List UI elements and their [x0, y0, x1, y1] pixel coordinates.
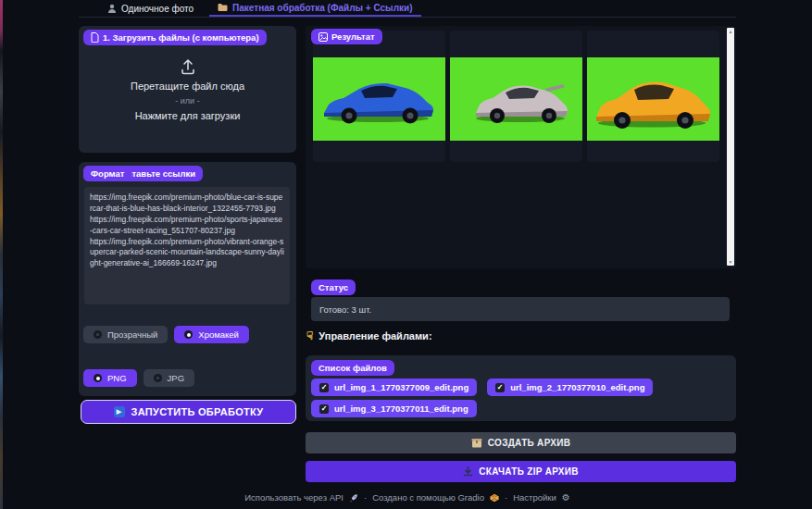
- radio-chromakey[interactable]: Хромакей: [174, 326, 249, 343]
- chromakey-background: [313, 57, 445, 141]
- silver-car-image: [456, 74, 577, 124]
- radio-circle-icon: [94, 374, 102, 382]
- dropzone-text-or: - или -: [79, 96, 296, 106]
- screen-edge-sliver: [0, 0, 3, 509]
- download-zip-label: СКАЧАТЬ ZIP АРХИВ: [479, 466, 578, 477]
- pointing-down-hand-icon: ☟: [306, 329, 313, 342]
- status-label: Статус: [311, 279, 356, 295]
- chromakey-background: [450, 57, 582, 141]
- image-icon: [319, 32, 328, 42]
- chromakey-background: [587, 57, 719, 141]
- background-radio-group: Прозрачный Хромакей: [83, 326, 249, 343]
- radio-circle-icon: [154, 374, 162, 382]
- download-zip-button[interactable]: СКАЧАТЬ ZIP АРХИВ: [306, 461, 736, 482]
- file-checkbox-2[interactable]: ✓ url_img_2_1770377010_edit.png: [487, 379, 653, 396]
- radio-transparent[interactable]: Прозрачный: [83, 326, 168, 343]
- file-checkbox-3[interactable]: ✓ url_img_3_1770377011_edit.png: [311, 400, 477, 417]
- run-processing-button[interactable]: ▶ ЗАПУСТИТЬ ОБРАБОТКУ: [81, 400, 296, 424]
- file-list-label: Список файлов: [311, 360, 394, 376]
- tab-single-label: Одиночное фото: [121, 4, 194, 14]
- folder-icon: [218, 3, 228, 12]
- footer-separator: ·: [505, 492, 507, 503]
- run-button-label: ЗАПУСТИТЬ ОБРАБОТКУ: [131, 406, 264, 417]
- create-archive-label: СОЗДАТЬ АРХИВ: [488, 438, 570, 448]
- links-panel: 2. ИЛИ вставьте ссылки https://img.freep…: [79, 162, 296, 396]
- file-dropzone[interactable]: Перетащите файл сюда - или - Нажмите для…: [79, 54, 296, 121]
- download-icon: [463, 466, 473, 477]
- file-checkbox-row: ✓ url_img_3_1770377011_edit.png: [311, 400, 477, 417]
- dropzone-text-2: Нажмите для загрузки: [79, 110, 296, 121]
- upload-icon: [179, 57, 197, 76]
- upload-files-panel: 1. Загрузить файлы (с компьютера) Перета…: [79, 26, 296, 153]
- package-icon: [471, 438, 482, 448]
- status-value: Готово: 3 шт.: [319, 304, 371, 315]
- tab-single-photo[interactable]: Одиночное фото: [99, 0, 202, 17]
- radio-circle-icon: [184, 330, 193, 339]
- links-textarea[interactable]: https://img.freepik.com/premium-photo/bl…: [84, 187, 290, 304]
- document-icon: [91, 32, 99, 43]
- gradio-link[interactable]: Создано с помощью Gradio: [372, 492, 484, 503]
- file-list-panel: Список файлов ✓ url_img_1_1770377009_edi…: [306, 355, 736, 421]
- gallery-cards: [313, 31, 719, 162]
- radio-png[interactable]: PNG: [83, 369, 137, 387]
- result-gallery: Результат: [306, 26, 736, 268]
- gallery-scrollbar[interactable]: ▲ ▼: [727, 28, 734, 266]
- file-checkbox-1[interactable]: ✓ url_img_1_1770377009_edit.png: [311, 379, 477, 396]
- format-radio-group: PNG JPG: [83, 369, 194, 387]
- api-link[interactable]: Использовать через API: [244, 492, 344, 503]
- tab-batch-processing[interactable]: Пакетная обработка (Файлы + Ссылки): [209, 0, 420, 17]
- status-value-box: Готово: 3 шт.: [311, 297, 730, 321]
- format-label: Формат: [83, 166, 131, 181]
- footer-separator: ·: [364, 492, 367, 503]
- tab-batch-label: Пакетная обработка (Файлы + Ссылки): [232, 3, 412, 13]
- gallery-item-silver-car[interactable]: [450, 31, 582, 162]
- yellow-car-image: [593, 74, 714, 130]
- checkbox-checked-icon: ✓: [495, 383, 505, 392]
- gear-icon: ⚙: [562, 492, 570, 503]
- create-archive-button[interactable]: СОЗДАТЬ АРХИВ: [306, 432, 736, 453]
- radio-circle-icon: [94, 330, 102, 339]
- settings-link[interactable]: Настройки: [513, 492, 556, 503]
- file-name: url_img_1_1770377009_edit.png: [334, 382, 468, 392]
- scroll-down-icon[interactable]: ▼: [727, 259, 734, 265]
- file-management-heading: ☟ Управление файлами:: [306, 329, 432, 342]
- play-icon: ▶: [114, 406, 125, 417]
- footer: Использовать через API · Создано с помощ…: [79, 492, 736, 503]
- gallery-item-yellow-car[interactable]: [587, 31, 719, 162]
- scroll-up-icon[interactable]: ▲: [727, 29, 734, 34]
- gallery-item-blue-car[interactable]: [313, 31, 445, 162]
- gradio-logo-icon: [490, 493, 499, 503]
- tab-bar: Одиночное фото Пакетная обработка (Файлы…: [79, 0, 736, 18]
- file-checkbox-row: ✓ url_img_1_1770377009_edit.png ✓ url_im…: [311, 379, 653, 396]
- rocket-icon: [349, 493, 358, 503]
- blue-car-image: [319, 74, 440, 124]
- dropzone-text-1: Перетащите файл сюда: [79, 81, 296, 92]
- upload-panel-label: 1. Загрузить файлы (с компьютера): [83, 30, 267, 45]
- result-label: Результат: [311, 29, 382, 44]
- checkbox-checked-icon: ✓: [319, 383, 329, 392]
- file-name: url_img_2_1770377010_edit.png: [510, 382, 644, 392]
- checkbox-checked-icon: ✓: [319, 404, 329, 414]
- radio-jpg[interactable]: JPG: [144, 369, 194, 387]
- file-name: url_img_3_1770377011_edit.png: [334, 403, 468, 414]
- person-icon: [107, 4, 117, 13]
